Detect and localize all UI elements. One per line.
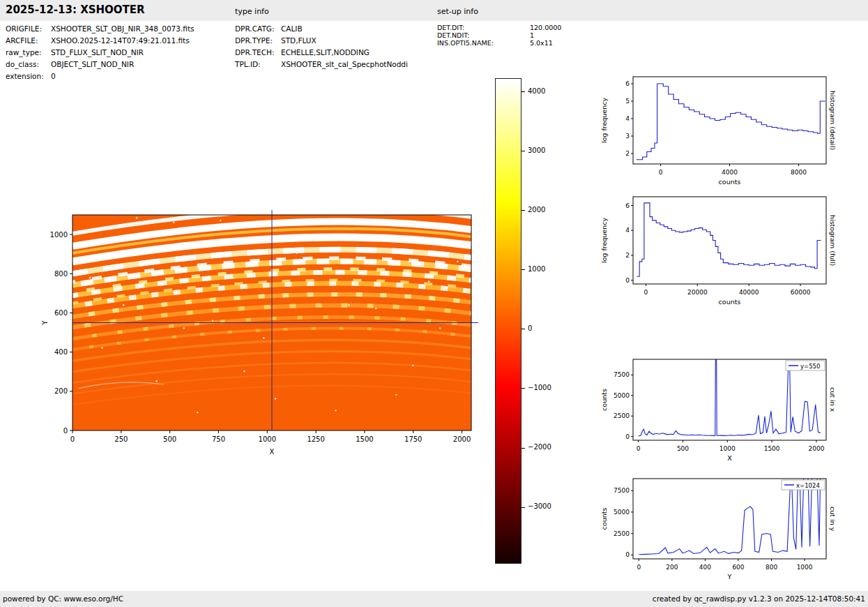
x-tick-label: 500 bbox=[677, 445, 689, 452]
raw-image-plot: 0250500750100012501500175020000200400600… bbox=[38, 209, 491, 464]
meta-row: DPR.TECH:ECHELLE,SLIT,NODDING bbox=[235, 47, 408, 59]
x-tick-label: 500 bbox=[163, 435, 176, 443]
x-tick-label: 8000 bbox=[791, 169, 807, 176]
y-tick-label: 0 bbox=[625, 433, 630, 440]
y-tick-label: 7500 bbox=[614, 487, 630, 494]
cut-in-y-right-label: cut in y bbox=[828, 479, 837, 559]
type-info-block: DPR.CATG:CALIB DPR.TYPE:STD,FLUX DPR.TEC… bbox=[235, 23, 408, 70]
colorbar: 40003000200010000−1000−2000−3000 bbox=[495, 78, 521, 564]
meta-row: DPR.CATG:CALIB bbox=[235, 23, 408, 35]
x-tick-label: 1250 bbox=[307, 435, 324, 443]
meta-value: 120.0000 bbox=[530, 24, 561, 31]
meta-row: DET.NDIT:1 bbox=[437, 31, 561, 39]
y-tick-label: 1000 bbox=[50, 231, 68, 239]
footer-left: powered by QC: www.eso.org/HC bbox=[3, 591, 123, 607]
meta-value: XSHOOTER_slt_cal_SpecphotNoddi bbox=[281, 60, 408, 68]
meta-value: CALIB bbox=[281, 24, 303, 33]
plot-frame bbox=[633, 77, 826, 164]
y-tick-label: 6 bbox=[625, 80, 630, 87]
meta-key: ARCFILE: bbox=[6, 35, 51, 47]
setup-info-block: DET.DIT:120.0000 DET.NDIT:1 INS.OPTI5.NA… bbox=[437, 24, 561, 47]
y-tick-label: 600 bbox=[54, 309, 68, 317]
y-axis-label: Y bbox=[41, 320, 49, 326]
x-tick-label: 2000 bbox=[809, 445, 825, 452]
y-tick-label: 2 bbox=[625, 150, 630, 157]
x-tick-label: 20000 bbox=[687, 289, 708, 296]
meta-value: ECHELLE,SLIT,NODDING bbox=[281, 48, 370, 57]
x-tick-label: 40000 bbox=[739, 289, 759, 296]
meta-row: extension:0 bbox=[6, 70, 194, 82]
x-tick-label: 1000 bbox=[719, 445, 736, 452]
x-tick-label: 0 bbox=[637, 445, 641, 452]
meta-value: 5.0x11 bbox=[530, 39, 553, 47]
x-tick-label: 0 bbox=[637, 564, 641, 571]
meta-row: ARCFILE:XSHOO.2025-12-14T07:49:21.011.fi… bbox=[6, 35, 194, 47]
meta-key: DPR.CATG: bbox=[235, 23, 281, 35]
y-axis-label: counts bbox=[600, 508, 608, 530]
meta-value: OBJECT_SLIT_NOD_NIR bbox=[51, 60, 134, 68]
setup-info-label: set-up info bbox=[437, 7, 478, 16]
header-bar: 2025-12-13: XSHOOTER type info set-up in… bbox=[0, 0, 868, 21]
colorbar-tick-label: −2000 bbox=[528, 443, 551, 451]
colorbar-tick-label: −3000 bbox=[528, 502, 551, 510]
x-axis-label: X bbox=[727, 454, 732, 462]
legend-label: y=550 bbox=[800, 363, 820, 370]
x-tick-label: 1500 bbox=[764, 445, 780, 452]
meta-row: DET.DIT:120.0000 bbox=[437, 24, 561, 31]
meta-value: STD_FLUX_SLIT_NOD_NIR bbox=[51, 48, 144, 57]
y-tick-label: 2500 bbox=[614, 412, 630, 419]
x-tick-label: 400 bbox=[699, 564, 711, 571]
meta-key: INS.OPTI5.NAME: bbox=[437, 39, 530, 47]
y-tick-label: 4 bbox=[625, 227, 630, 234]
x-tick-label: 200 bbox=[666, 564, 678, 571]
y-tick-label: 0 bbox=[625, 551, 630, 558]
x-axis-label: X bbox=[270, 448, 275, 456]
x-axis-label: Y bbox=[727, 573, 732, 580]
y-tick-label: 2500 bbox=[614, 530, 630, 537]
meta-value: XSHOOTER_SLT_OBJ_NIR_348_0073.fits bbox=[51, 24, 194, 33]
meta-value: 0 bbox=[51, 72, 56, 80]
x-tick-label: 0 bbox=[659, 169, 663, 176]
meta-row: ORIGFILE:XSHOOTER_SLT_OBJ_NIR_348_0073.f… bbox=[6, 23, 194, 35]
colorbar-tick bbox=[521, 507, 525, 508]
x-tick-label: 0 bbox=[70, 435, 75, 443]
x-tick-label: 0 bbox=[644, 289, 648, 296]
histogram-detail-right-label: histogram (detail) bbox=[828, 77, 837, 164]
series-line bbox=[637, 203, 821, 276]
y-tick-label: 7500 bbox=[614, 371, 630, 378]
colorbar-tick-label: −1000 bbox=[528, 384, 551, 391]
meta-value: 1 bbox=[530, 31, 534, 39]
footer-bar: powered by QC: www.eso.org/HC created by… bbox=[0, 591, 868, 607]
histogram-detail-plot: 04000800023456countslog frequency bbox=[598, 73, 829, 188]
y-axis-label: log frequency bbox=[600, 98, 608, 144]
y-tick-label: 5 bbox=[625, 98, 630, 105]
page-title: 2025-12-13: XSHOOTER bbox=[6, 3, 145, 16]
footer-qc-link[interactable]: www.eso.org/HC bbox=[63, 594, 123, 603]
y-tick-label: 3 bbox=[625, 133, 630, 140]
plot-frame bbox=[633, 197, 826, 284]
meta-key: DET.DIT: bbox=[437, 24, 530, 31]
meta-key: TPL.ID: bbox=[235, 59, 281, 70]
footer-powered-by-text: powered by QC: bbox=[3, 594, 63, 603]
x-axis-label: counts bbox=[719, 298, 741, 306]
x-tick-label: 1750 bbox=[404, 435, 422, 443]
y-tick-label: 4 bbox=[625, 115, 630, 122]
colorbar-tick bbox=[521, 151, 525, 151]
meta-key: ORIGFILE: bbox=[6, 23, 51, 35]
meta-row: DPR.TYPE:STD,FLUX bbox=[235, 35, 408, 47]
cut-in-y-plot: 020040060080010000250050007500Ycountsx=1… bbox=[598, 474, 829, 583]
meta-key: raw_type: bbox=[6, 47, 51, 59]
file-info-block: ORIGFILE:XSHOOTER_SLT_OBJ_NIR_348_0073.f… bbox=[6, 23, 194, 82]
y-tick-label: 400 bbox=[54, 348, 68, 356]
x-tick-label: 800 bbox=[766, 564, 777, 571]
colorbar-gradient bbox=[495, 78, 521, 564]
meta-key: do_class: bbox=[6, 59, 51, 70]
meta-value: STD,FLUX bbox=[281, 36, 317, 45]
histogram-full-right-label: histogram (full) bbox=[828, 197, 837, 284]
y-tick-label: 2 bbox=[625, 252, 630, 259]
meta-row: INS.OPTI5.NAME:5.0x11 bbox=[437, 39, 561, 47]
histogram-full-plot: 02000040000600000246countslog frequency bbox=[598, 193, 829, 308]
meta-row: do_class:OBJECT_SLIT_NOD_NIR bbox=[6, 59, 194, 70]
colorbar-tick bbox=[521, 269, 525, 270]
x-tick-label: 600 bbox=[732, 564, 744, 571]
